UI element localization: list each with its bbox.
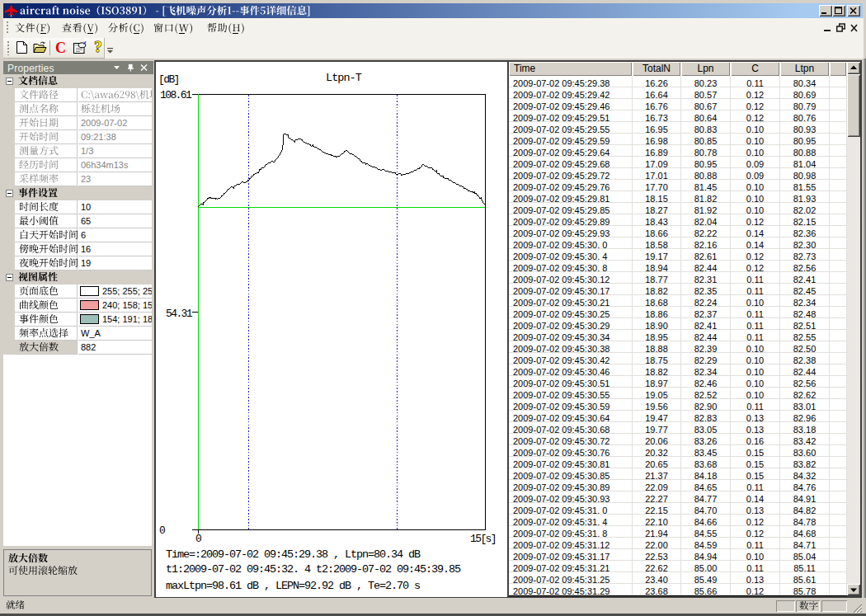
- svg-text:?: ?: [94, 40, 102, 54]
